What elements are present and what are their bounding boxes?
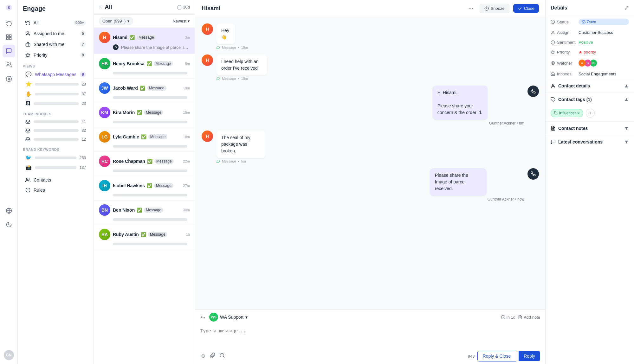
sidebar-item-whatsapp[interactable]: 💬 Whatsapp Messages 9 — [20, 69, 91, 79]
emoji-icon[interactable]: ☺ — [200, 353, 206, 360]
sidebar-title: Engage — [18, 5, 94, 17]
contact-notes-section[interactable]: Contact notes ▼ — [546, 121, 634, 135]
contact-tags-section[interactable]: Contact tags (1) ▲ — [546, 93, 634, 106]
compose-timer-selector[interactable]: in 1d — [501, 315, 515, 320]
conv-preview-bar-kira — [113, 121, 187, 123]
details-label-assign: Assign — [551, 30, 576, 35]
conv-avatar-rose: RC — [99, 156, 110, 167]
msg-row-3: Hi Hisami,Please share your concern & th… — [202, 86, 539, 125]
conv-item-henry[interactable]: HB Henry Brooksa ✅ Message 5m — [94, 54, 195, 79]
tag-remove-button[interactable]: × — [577, 111, 580, 116]
view4-icon: 🖼 — [25, 101, 30, 106]
sidebar-twitter-item[interactable]: 🐦 255 — [20, 153, 91, 163]
conv-list-menu-icon[interactable]: ≡ — [99, 4, 102, 10]
sidebar-item-priority[interactable]: Priority 9 — [20, 50, 91, 61]
conv-wa-icon-henry: ✅ — [146, 61, 152, 66]
nav-moon-icon[interactable] — [3, 218, 15, 231]
twitter-bar — [35, 156, 76, 159]
sidebar-view-item-4[interactable]: 🖼 23 — [20, 99, 91, 108]
nav-settings-icon[interactable] — [3, 73, 15, 85]
sidebar-inbox-item-1[interactable]: 41 — [20, 117, 91, 126]
compose-agent-selector[interactable]: WS WA Support ▾ — [209, 313, 248, 322]
whatsapp-count: 9 — [80, 72, 86, 77]
days-label: 30d — [183, 5, 190, 10]
sidebar-view-item-3[interactable]: ✋ 87 — [20, 89, 91, 99]
compose-textarea[interactable] — [200, 328, 540, 344]
attachment-icon[interactable] — [210, 353, 216, 360]
nav-engage-icon[interactable] — [3, 45, 15, 57]
reply-icon-button[interactable] — [200, 315, 205, 320]
conv-badge-kira: Message — [144, 110, 163, 115]
details-row-sentiment: Sentiment Positive — [546, 37, 634, 47]
conv-time-jacob: 10m — [183, 86, 190, 90]
inbox1-count: 41 — [82, 119, 86, 124]
conv-time-hisami: 3m — [185, 35, 190, 39]
conv-item-ruby[interactable]: RA Ruby Austin ✅ Message 1h — [94, 225, 195, 249]
conv-badge-ben: Message — [144, 208, 163, 213]
sidebar-inbox-item-3[interactable]: 12 — [20, 135, 91, 144]
svg-text:S: S — [8, 6, 10, 10]
nav-all-icon[interactable] — [3, 31, 15, 43]
details-header: Details ⤢ — [546, 0, 634, 16]
details-label-sentiment: Sentiment — [551, 40, 576, 45]
conv-badge-hisami: Message — [137, 35, 156, 40]
snooze-icon — [484, 6, 489, 11]
search-icon[interactable] — [219, 353, 225, 360]
latest-conversations-section[interactable]: Latest conversations ▼ — [546, 135, 634, 149]
conv-preview-bar-jacob — [113, 96, 187, 99]
msg-meta-1: Message • 10m — [216, 46, 248, 49]
sidebar-item-shared[interactable]: Shared with me 7 — [20, 39, 91, 50]
conv-wa-icon-ruby: ✅ — [141, 232, 146, 237]
conv-status-filter[interactable]: Open (999+) ▾ — [99, 17, 133, 25]
inbox2-count: 32 — [82, 128, 86, 133]
conv-info-jacob: Jacob Ward ✅ Message — [113, 86, 181, 91]
svg-point-35 — [552, 84, 554, 86]
conv-item-hisami[interactable]: H Hisami ✅ Message 3m G Please share the… — [94, 28, 195, 54]
msg-channel-1: Message — [222, 46, 236, 49]
msg-bubble-5: Please share the Image of parcel receive… — [430, 168, 487, 196]
user-avatar[interactable]: GN — [4, 350, 14, 360]
sidebar-item-contacts[interactable]: Contacts — [20, 175, 91, 185]
contact-notes-chevron: ▼ — [624, 125, 629, 131]
msg-text-1: Hey 👋 — [221, 28, 229, 40]
sidebar-item-rules[interactable]: Rules — [20, 185, 91, 195]
view3-count: 87 — [82, 92, 86, 96]
conv-item-lyla[interactable]: LG Lyla Gamble ✅ Message 18m — [94, 127, 195, 152]
sidebar-view-item-2[interactable]: ⭐ 28 — [20, 79, 91, 89]
reply-close-button[interactable]: Reply & Close — [477, 351, 516, 361]
app-logo[interactable]: S — [5, 4, 13, 13]
contact-details-section[interactable]: Contact details ▲ — [546, 79, 634, 93]
sidebar-instagram-item[interactable]: 📸 137 — [20, 163, 91, 172]
conv-sort-select[interactable]: Newest ▾ — [173, 19, 190, 23]
conv-wa-icon-jacob: ✅ — [140, 86, 145, 91]
view2-icon: ⭐ — [25, 81, 32, 87]
compose-add-note[interactable]: Add note — [518, 315, 540, 320]
conv-item-jacob[interactable]: JW Jacob Ward ✅ Message 10m — [94, 79, 195, 103]
inbox3-bar — [34, 138, 79, 141]
nav-refresh-icon[interactable] — [3, 17, 15, 29]
conv-item-rose[interactable]: RC Rose Chapman ✅ Message 22m — [94, 152, 195, 176]
contact-tags-chevron: ▲ — [624, 97, 629, 102]
svg-point-13 — [26, 178, 28, 180]
chat-snooze-button[interactable]: Snooze — [480, 4, 509, 13]
conv-item-ben[interactable]: BN Ben Nixon ✅ Message 30m — [94, 201, 195, 225]
conv-item-isobel[interactable]: IH Isobel Hawkins ✅ Message 27m — [94, 176, 195, 201]
msg-row-1: H Hey 👋 Message • 10m — [202, 23, 539, 49]
nav-contacts-icon[interactable] — [3, 59, 15, 71]
sidebar-item-all[interactable]: All 999+ — [20, 17, 91, 28]
contact-details-chevron: ▲ — [624, 83, 629, 89]
conv-item-kira[interactable]: KM Kira Morin ✅ Message 15m — [94, 103, 195, 127]
compose-actions: 943 Reply & Close Reply — [468, 351, 540, 361]
compose-input-area[interactable] — [195, 325, 545, 348]
inbox1-icon — [25, 119, 30, 124]
msg-row-5: Please share the Image of parcel receive… — [202, 168, 539, 201]
conv-time-henry: 5m — [185, 62, 190, 66]
nav-globe-icon[interactable] — [3, 204, 15, 217]
chat-more-button[interactable]: ··· — [466, 4, 476, 13]
details-expand-icon[interactable]: ⤢ — [624, 4, 629, 11]
sidebar-inbox-item-2[interactable]: 32 — [20, 126, 91, 135]
reply-button[interactable]: Reply — [519, 351, 540, 361]
tag-add-button[interactable]: + — [586, 109, 595, 118]
sidebar-item-assigned[interactable]: Assigned to me 5 — [20, 28, 91, 39]
chat-close-button[interactable]: Close — [513, 4, 539, 13]
